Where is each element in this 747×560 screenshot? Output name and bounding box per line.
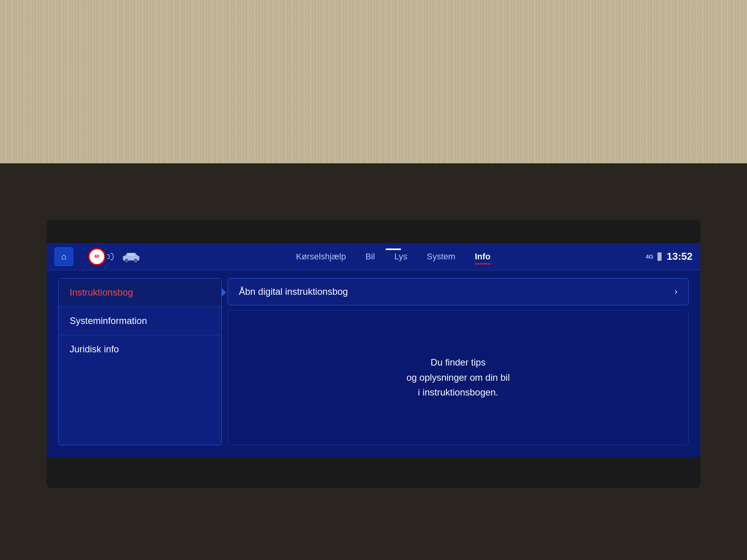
clock-display: 13:52 xyxy=(667,250,693,262)
tab-navigation: Kørselshjælp Bil Lys System Info xyxy=(141,248,645,264)
signal-bars-icon: ▊ xyxy=(658,252,663,261)
open-manual-button[interactable]: Åbn digital instruktionsbog › xyxy=(228,278,689,305)
svg-point-4 xyxy=(135,259,136,261)
left-menu-panel: Instruktionsbog Systeminformation Juridi… xyxy=(58,278,222,445)
speed-limit-value: 60 xyxy=(95,254,99,259)
description-box: Du finder tips og oplysninger om din bil… xyxy=(228,310,689,445)
right-content-panel: Åbn digital instruktionsbog › Du finder … xyxy=(228,278,689,445)
wall-background xyxy=(0,0,747,163)
description-text: Du finder tips og oplysninger om din bil… xyxy=(407,355,510,400)
car-icon xyxy=(121,251,141,262)
menu-item-label-systeminformation: Systeminformation xyxy=(70,315,147,326)
menu-item-systeminformation[interactable]: Systeminformation xyxy=(59,307,221,335)
tab-bil[interactable]: Bil xyxy=(365,252,375,264)
clock-area: 4G ▊ 13:52 xyxy=(645,250,693,262)
desc-line3: i instruktionsbogen. xyxy=(418,387,498,397)
tab-info[interactable]: Info xyxy=(475,252,490,264)
home-icon: ⌂ xyxy=(61,252,66,262)
wave-large xyxy=(110,253,114,260)
top-navigation-bar: ⌂ 60 xyxy=(47,243,700,270)
car-svg-icon xyxy=(121,251,141,262)
desc-line2: og oplysninger om din bil xyxy=(407,372,510,383)
wave-small xyxy=(107,254,110,259)
sound-indicator xyxy=(107,253,114,260)
menu-item-label-juridisk-info: Juridisk info xyxy=(70,344,119,354)
desc-line1: Du finder tips xyxy=(431,357,486,368)
tab-system[interactable]: System xyxy=(427,252,455,264)
screen-bezel-bottom xyxy=(47,457,700,488)
action-button-label: Åbn digital instruktionsbog xyxy=(239,286,348,297)
lte-icon: 4G xyxy=(645,253,653,260)
speed-limit-badge: 60 xyxy=(88,248,106,266)
car-screen: ⌂ 60 xyxy=(47,243,700,457)
menu-item-juridisk-info[interactable]: Juridisk info xyxy=(59,335,221,363)
menu-item-instruktionsbog[interactable]: Instruktionsbog xyxy=(59,278,221,307)
menu-item-label-instruktionsbog: Instruktionsbog xyxy=(70,287,133,298)
active-indicator-bar xyxy=(386,248,401,250)
action-button-arrow-icon: › xyxy=(675,287,677,297)
svg-point-3 xyxy=(126,259,127,261)
home-button[interactable]: ⌂ xyxy=(54,247,73,266)
main-content-area: Instruktionsbog Systeminformation Juridi… xyxy=(47,270,700,457)
screen-bezel-top xyxy=(47,220,700,243)
tab-koerselshjælp[interactable]: Kørselshjælp xyxy=(296,252,346,264)
tab-lys[interactable]: Lys xyxy=(395,252,407,264)
svg-rect-5 xyxy=(128,254,135,256)
